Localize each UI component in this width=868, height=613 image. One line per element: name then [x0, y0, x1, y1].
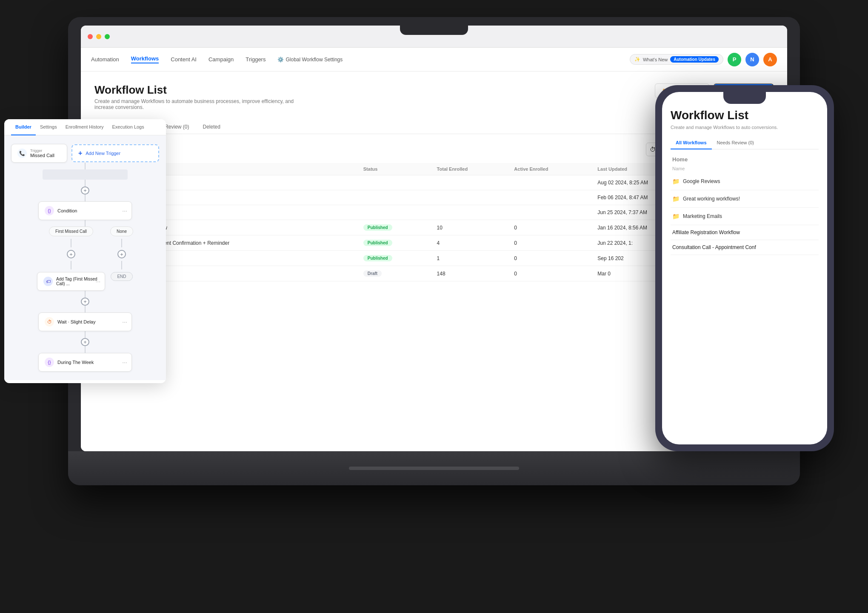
row-active: 0: [509, 251, 592, 266]
node-menu-dots-4[interactable]: ···: [122, 359, 127, 366]
phone-list-item[interactable]: 📁 Great working workflows!: [671, 190, 819, 208]
folder-icon-2: 📁: [672, 195, 680, 202]
tab-execution-logs[interactable]: Execution Logs: [108, 119, 148, 135]
nav-item-global-settings[interactable]: ⚙️ Global Workflow Settings: [277, 57, 343, 63]
status-badge: Published: [363, 224, 392, 231]
phone-list-item[interactable]: 📁 Google Reviews: [671, 173, 819, 190]
nav-left: Automation Workflows Content AI Campaign…: [91, 55, 343, 63]
user-avatar-blue[interactable]: N: [745, 53, 759, 66]
page-title-block: Workflow List Create and manage Workflow…: [94, 83, 307, 110]
phone-item-label: Google Reviews: [683, 178, 720, 184]
node-menu-dots-2[interactable]: ···: [95, 278, 100, 285]
page-title: Workflow List: [94, 83, 307, 97]
row-active: [509, 175, 592, 190]
add-step-plus-1[interactable]: +: [81, 186, 89, 195]
condition-title: Condition: [57, 208, 77, 213]
add-tag-node[interactable]: 🏷 Add Tag (First Missed Call) ... ···: [37, 272, 105, 291]
connector-line-3: [85, 195, 86, 201]
user-avatar-orange[interactable]: A: [763, 53, 777, 66]
nav-item-content-ai[interactable]: Content AI: [171, 56, 197, 63]
phone-tab-all-workflows[interactable]: All Workflows: [671, 137, 712, 149]
row-total: 1: [432, 251, 509, 266]
folder-icon-1: 📁: [672, 178, 680, 185]
tab-settings[interactable]: Settings: [36, 119, 61, 135]
gear-icon: ⚙️: [277, 57, 284, 63]
nav-item-triggers[interactable]: Triggers: [246, 56, 266, 63]
trigger-node[interactable]: 📞 Trigger Missed Call: [11, 144, 67, 163]
trigger-label: Trigger: [30, 149, 54, 153]
automation-badge: Automation Updates: [670, 56, 719, 63]
builder-tabs: Builder Settings Enrollment History Exec…: [4, 119, 166, 135]
row-total: 4: [432, 235, 509, 251]
wait-node[interactable]: ⏱ Wait · Slight Delay ···: [38, 312, 132, 331]
add-step-plus-2[interactable]: +: [67, 250, 75, 258]
browser-close-dot[interactable]: [88, 34, 93, 39]
connector-line-9: [85, 331, 86, 338]
branch-none[interactable]: None: [110, 226, 133, 236]
wait-title: Wait · Slight Delay: [57, 319, 95, 324]
phone-page-subtitle: Create and manage Workflows to auto conv…: [671, 125, 819, 130]
laptop-base-bar: [349, 467, 519, 470]
phone-notch: [723, 92, 766, 104]
wait-icon: ⏱: [45, 317, 54, 327]
browser-maximize-dot[interactable]: [105, 34, 110, 39]
whats-new-button[interactable]: ✨ What's New Automation Updates: [630, 54, 723, 65]
node-menu-dots-3[interactable]: ···: [122, 318, 127, 325]
connector-line-1: [85, 163, 86, 169]
row-total: [432, 175, 509, 190]
nav-item-campaign[interactable]: Campaign: [208, 56, 234, 63]
trigger-row: 📞 Trigger Missed Call + Add New Trigger: [11, 144, 159, 163]
phone-tabs: All Workflows Needs Review (0): [671, 137, 819, 149]
branch-first-missed-call[interactable]: First Missed Call: [49, 226, 93, 236]
during-week-node[interactable]: {} During The Week ···: [38, 353, 132, 372]
phone-workflow-item[interactable]: Consultation Call - Appointment Conf: [671, 240, 819, 255]
laptop-notch: [400, 26, 468, 35]
phone-tab-needs-review[interactable]: Needs Review (0): [712, 137, 759, 149]
add-trigger-node[interactable]: + Add New Trigger: [71, 144, 159, 162]
row-total: 148: [432, 266, 509, 281]
connector-line-10: [85, 346, 86, 353]
tab-builder[interactable]: Builder: [11, 119, 36, 135]
connector-line-7: [85, 291, 86, 298]
phone-list-item[interactable]: 📁 Marketing Emails: [671, 208, 819, 225]
builder-panel: Builder Settings Enrollment History Exec…: [4, 119, 166, 383]
phone-shell: Workflow List Create and manage Workflow…: [655, 85, 834, 451]
row-active: 0: [509, 266, 592, 281]
user-avatar-green[interactable]: P: [728, 53, 741, 66]
status-badge: Published: [363, 240, 392, 246]
connector-line-4: [85, 220, 86, 227]
connector-line-2: [85, 180, 86, 186]
page-subtitle: Create and manage Workflows to automate …: [94, 98, 307, 110]
row-status: [358, 175, 432, 190]
condition-node[interactable]: {} Condition ···: [38, 201, 132, 220]
nav-item-automation[interactable]: Automation: [91, 56, 119, 63]
phone-content: Workflow List Create and manage Workflow…: [662, 92, 827, 444]
folder-icon-3: 📁: [672, 213, 680, 220]
nav-right: ✨ What's New Automation Updates P N A: [630, 53, 777, 66]
col-active-enrolled: Active Enrolled: [509, 163, 592, 175]
tab-enrollment-history[interactable]: Enrollment History: [61, 119, 108, 135]
row-active: 0: [509, 235, 592, 251]
trigger-value: Missed Call: [30, 153, 54, 158]
phone-page-title: Workflow List: [671, 109, 819, 122]
add-step-plus-3[interactable]: +: [117, 250, 126, 258]
condition-icon: {}: [45, 206, 54, 215]
builder-body: 📞 Trigger Missed Call + Add New Trigger …: [4, 135, 166, 380]
plus-icon: +: [78, 149, 82, 157]
tab-deleted[interactable]: Deleted: [196, 120, 227, 134]
laptop-base: [68, 451, 800, 485]
nav-item-workflows[interactable]: Workflows: [131, 55, 159, 63]
branch-connector-right: [121, 239, 122, 247]
tag-icon: 🏷: [43, 277, 53, 286]
connector-line-6: [121, 261, 122, 269]
node-menu-dots[interactable]: ···: [122, 207, 127, 214]
end-node: END: [111, 272, 132, 281]
add-step-plus-4[interactable]: +: [81, 298, 89, 306]
add-step-plus-5[interactable]: +: [81, 338, 89, 346]
during-week-title: During The Week: [57, 360, 94, 365]
browser-minimize-dot[interactable]: [96, 34, 101, 39]
col-total-enrolled: Total Enrolled: [432, 163, 509, 175]
branch-connector-left: [71, 239, 71, 247]
phone-workflow-item[interactable]: Affiliate Registration Workflow: [671, 225, 819, 240]
top-nav: Automation Workflows Content AI Campaign…: [81, 48, 787, 72]
